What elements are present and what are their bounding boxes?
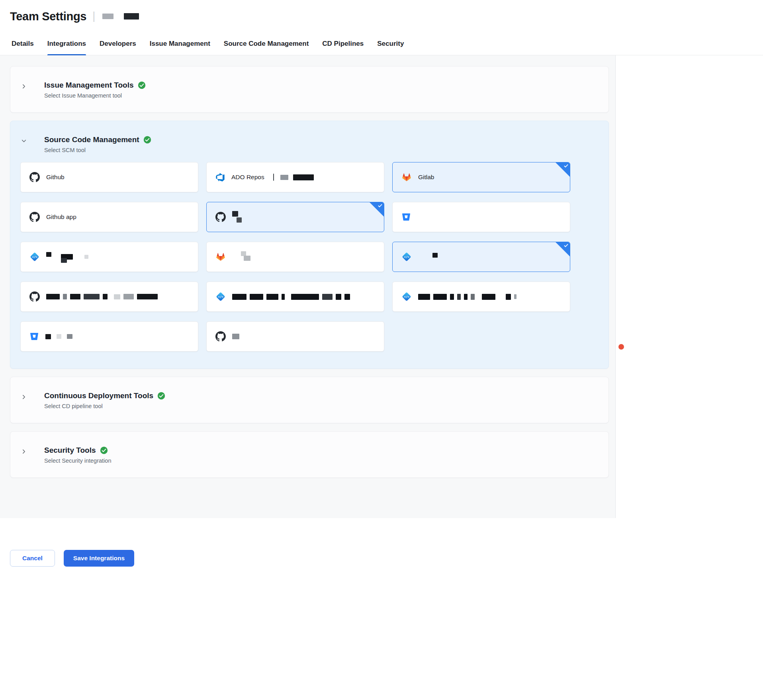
scm-card-5-bitbucket[interactable] bbox=[392, 202, 570, 232]
chevron-right-icon[interactable] bbox=[21, 449, 27, 454]
section-title: Issue Management Tools bbox=[44, 81, 134, 90]
chevron-right-icon[interactable] bbox=[21, 394, 27, 400]
redacted-block bbox=[282, 294, 285, 300]
section-title-row: Issue Management Tools bbox=[44, 81, 146, 90]
section-text: Issue Management ToolsSelect Issue Manag… bbox=[44, 81, 146, 99]
section-header-scm[interactable]: Source Code ManagementSelect SCM tool bbox=[10, 121, 608, 155]
redacted-block bbox=[471, 294, 475, 300]
svg-text:</>: </> bbox=[32, 255, 37, 259]
redacted-block bbox=[63, 294, 67, 299]
redacted-block bbox=[124, 13, 139, 20]
redacted-block bbox=[114, 294, 120, 299]
scm-card-6-code-diamond[interactable]: </> bbox=[20, 242, 198, 272]
tab-bar: DetailsIntegrationsDevelopersIssue Manag… bbox=[0, 33, 763, 55]
redacted-block bbox=[457, 294, 461, 300]
scm-card-gitlab[interactable]: Gitlab bbox=[392, 162, 570, 192]
scm-card-grid: GithubADO ReposGitlabGithub app</></></>… bbox=[10, 155, 608, 368]
svg-text:</>: </> bbox=[404, 255, 409, 259]
section-security: Security ToolsSelect Security integratio… bbox=[10, 431, 609, 478]
redacted-block bbox=[45, 334, 51, 339]
redacted-block bbox=[322, 294, 333, 300]
redacted-block bbox=[266, 294, 278, 300]
section-issue-management: Issue Management ToolsSelect Issue Manag… bbox=[10, 66, 609, 113]
redacted-block bbox=[57, 334, 61, 339]
redacted-text bbox=[418, 254, 438, 259]
green-check-icon bbox=[157, 392, 165, 400]
gitlab-icon bbox=[215, 252, 226, 262]
tab-issue-management[interactable]: Issue Management bbox=[150, 33, 210, 55]
card-label: Gitlab bbox=[418, 174, 434, 181]
code-diamond-icon: </> bbox=[29, 252, 40, 262]
tab-cd-pipelines[interactable]: CD Pipelines bbox=[322, 33, 364, 55]
redacted-text bbox=[232, 254, 250, 260]
scm-card-8-code-diamond[interactable]: </> bbox=[392, 242, 570, 272]
redacted-block bbox=[46, 252, 51, 257]
tab-integrations[interactable]: Integrations bbox=[47, 33, 86, 55]
redacted-block bbox=[244, 256, 250, 261]
redacted-block bbox=[464, 294, 468, 300]
redacted-block bbox=[482, 294, 495, 300]
chevron-down-icon[interactable] bbox=[21, 138, 27, 144]
redacted-block bbox=[273, 174, 274, 181]
redacted-block bbox=[232, 211, 238, 217]
section-subtitle: Select SCM tool bbox=[44, 147, 151, 153]
scm-card-ado-repos[interactable]: ADO Repos bbox=[206, 162, 384, 192]
section-scm: Source Code ManagementSelect SCM toolGit… bbox=[10, 121, 609, 369]
redacted-block bbox=[232, 334, 239, 339]
redacted-block bbox=[70, 294, 80, 299]
scm-card-7-gitlab[interactable] bbox=[206, 242, 384, 272]
scm-card-13-github[interactable] bbox=[206, 321, 384, 352]
check-icon bbox=[563, 243, 569, 248]
section-text: Continuous Deployment ToolsSelect CD pip… bbox=[44, 391, 165, 409]
redacted-block bbox=[123, 294, 134, 299]
github-icon bbox=[29, 172, 40, 182]
card-label: Github app bbox=[46, 213, 76, 221]
bitbucket-icon bbox=[29, 332, 39, 341]
cancel-button[interactable]: Cancel bbox=[10, 550, 55, 567]
header-redacted-text bbox=[102, 13, 139, 20]
redacted-text bbox=[232, 334, 239, 339]
svg-text:</>: </> bbox=[404, 295, 409, 299]
redacted-block bbox=[336, 294, 341, 300]
settings-sections: Issue Management ToolsSelect Issue Manag… bbox=[0, 66, 615, 478]
section-subtitle: Select CD pipeline tool bbox=[44, 403, 165, 409]
section-header-cd[interactable]: Continuous Deployment ToolsSelect CD pip… bbox=[10, 377, 608, 423]
integrations-panel: Issue Management ToolsSelect Issue Manag… bbox=[0, 55, 616, 518]
scm-card-4-github[interactable] bbox=[206, 202, 384, 232]
section-subtitle: Select Issue Management tool bbox=[44, 92, 146, 99]
section-title-row: Source Code Management bbox=[44, 135, 151, 144]
section-subtitle: Select Security integration bbox=[44, 458, 111, 464]
redacted-text bbox=[418, 294, 516, 300]
github-icon bbox=[29, 212, 40, 222]
code-diamond-icon: </> bbox=[401, 291, 412, 302]
redacted-block bbox=[46, 294, 60, 299]
scm-card-9-github[interactable] bbox=[20, 282, 198, 312]
github-icon bbox=[215, 212, 226, 222]
bitbucket-icon bbox=[401, 212, 411, 222]
tab-developers[interactable]: Developers bbox=[100, 33, 136, 55]
scm-card-12-bitbucket[interactable] bbox=[20, 321, 198, 352]
tab-security[interactable]: Security bbox=[377, 33, 404, 55]
tab-source-code-management[interactable]: Source Code Management bbox=[224, 33, 309, 55]
gitlab-icon bbox=[401, 172, 412, 182]
section-header-issue-management[interactable]: Issue Management ToolsSelect Issue Manag… bbox=[10, 66, 608, 112]
green-check-icon bbox=[143, 136, 151, 144]
section-title: Security Tools bbox=[44, 446, 96, 455]
section-title: Source Code Management bbox=[44, 135, 139, 144]
redacted-text bbox=[46, 254, 88, 260]
chevron-right-icon[interactable] bbox=[21, 84, 27, 89]
scm-card-11-code-diamond[interactable]: </> bbox=[392, 282, 570, 312]
page-footer: Cancel Save Integrations bbox=[0, 518, 763, 567]
redacted-block bbox=[250, 294, 263, 300]
scm-card-github[interactable]: Github bbox=[20, 162, 198, 192]
azure-devops-icon bbox=[215, 172, 225, 182]
github-icon bbox=[29, 291, 40, 302]
redacted-block bbox=[432, 253, 438, 258]
scm-card-github-app[interactable]: Github app bbox=[20, 202, 198, 232]
save-integrations-button[interactable]: Save Integrations bbox=[64, 550, 134, 567]
redacted-block bbox=[280, 175, 288, 180]
tab-details[interactable]: Details bbox=[12, 33, 34, 55]
scm-card-10-code-diamond[interactable]: </> bbox=[206, 282, 384, 312]
redacted-block bbox=[67, 334, 72, 339]
section-header-security[interactable]: Security ToolsSelect Security integratio… bbox=[10, 432, 608, 477]
